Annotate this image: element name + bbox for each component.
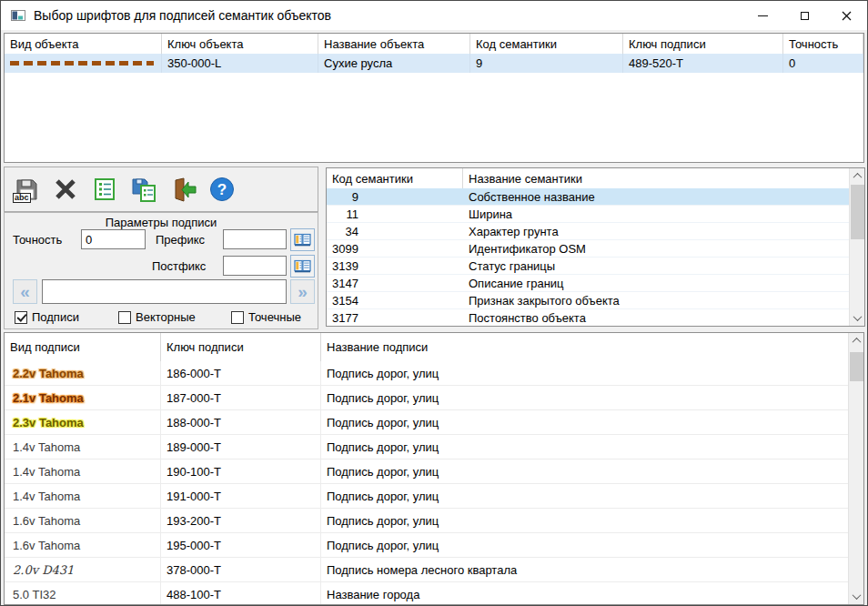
semantics-table-header: Код семантики Название семантики xyxy=(327,168,851,188)
help-icon: ? xyxy=(209,177,235,202)
group-title: Параметры подписи xyxy=(5,216,318,229)
checkbox-vector[interactable]: Векторные xyxy=(118,310,196,324)
col-label-key: Ключ подписи xyxy=(161,333,321,361)
semantics-scrollbar[interactable] xyxy=(849,168,864,326)
save-attributes-button[interactable]: abc xyxy=(12,174,41,205)
font-sample: 1.4v Tahoma xyxy=(13,465,80,479)
prefix-input[interactable] xyxy=(223,229,287,249)
postfix-input[interactable] xyxy=(223,256,287,276)
semantic-row[interactable]: 34Характер грунта xyxy=(327,223,851,240)
list-icon xyxy=(93,177,116,201)
checkbox-box[interactable] xyxy=(118,311,131,324)
maximize-icon xyxy=(801,12,809,20)
book-icon xyxy=(293,258,312,274)
label-row[interactable]: 2.1v Tahoma 187-000-Т Подпись дорог, ули… xyxy=(5,386,850,410)
checkbox-label: Подписи xyxy=(32,310,79,324)
col-object-key: Ключ объекта xyxy=(162,34,318,54)
postfix-picker-button[interactable] xyxy=(290,255,315,278)
font-selection-dialog: Выбор шрифтов для подписей семантик объе… xyxy=(0,0,868,606)
col-semantic-name: Название семантики xyxy=(463,168,851,188)
font-sample: 1.6v Tahoma xyxy=(13,539,80,552)
col-label-key: Ключ подписи xyxy=(623,34,783,54)
svg-text:?: ? xyxy=(217,181,227,198)
minimize-icon xyxy=(758,15,768,16)
semantics-table: Код семантики Название семантики 9Собств… xyxy=(326,167,865,327)
copy-label-list-button[interactable] xyxy=(129,174,158,205)
object-row-selected[interactable]: 350-000-L Сухие русла 9 489-520-Т 0 xyxy=(5,54,863,73)
col-object-view: Вид объекта xyxy=(5,34,162,54)
col-object-name: Название объекта xyxy=(318,34,470,54)
precision-label: Точность xyxy=(13,233,62,247)
semantic-row[interactable]: 3154Признак закрытого объекта xyxy=(327,292,851,309)
chevrons-left-icon: « xyxy=(20,283,30,300)
next-button[interactable]: » xyxy=(290,279,315,304)
label-row[interactable]: 1.4v Tahoma 191-000-Т Подпись дорог, ули… xyxy=(5,484,850,509)
label-row[interactable]: 1.6v Tahoma 195-000-Т Подпись дорог, ули… xyxy=(5,533,850,558)
col-precision: Точность xyxy=(783,34,863,54)
label-row[interactable]: 1.4v Tahoma 190-100-Т Подпись дорог, ули… xyxy=(5,460,850,484)
labels-table-header: Вид подписи Ключ подписи Название подпис… xyxy=(5,333,850,361)
checkbox-box[interactable] xyxy=(15,311,27,324)
help-button[interactable]: ? xyxy=(207,174,237,205)
abc-label: abc xyxy=(13,193,31,203)
semantic-row[interactable]: 3177Постоянство объекта xyxy=(327,309,851,327)
app-icon xyxy=(11,8,25,23)
labels-scrollbar[interactable] xyxy=(848,333,863,604)
book-icon xyxy=(293,232,312,247)
col-semantic-code: Код семантики xyxy=(327,168,463,188)
label-row[interactable]: 2.0v D431 378-000-Т Подпись номера лесно… xyxy=(5,558,850,582)
maximize-button[interactable] xyxy=(783,1,825,30)
postfix-label: Постфикс xyxy=(152,259,206,273)
scroll-up-icon[interactable] xyxy=(849,333,864,348)
col-label-name: Название подписи xyxy=(321,333,850,361)
object-table-header: Вид объекта Ключ объекта Название объект… xyxy=(5,34,863,54)
minimize-button[interactable] xyxy=(742,1,783,30)
scroll-down-icon[interactable] xyxy=(850,310,865,326)
font-sample: 2.2v Tahoma xyxy=(13,367,84,380)
close-icon xyxy=(842,11,852,21)
prev-button[interactable]: « xyxy=(13,279,37,304)
semantic-row[interactable]: 11Ширина xyxy=(327,206,851,223)
scroll-up-icon[interactable] xyxy=(850,168,865,184)
label-row[interactable]: 5.0 TI32 488-100-Т Название города xyxy=(5,582,850,605)
scroll-thumb[interactable] xyxy=(851,185,864,239)
window-controls xyxy=(742,1,867,30)
save-list-icon xyxy=(131,177,156,202)
exit-door-icon xyxy=(170,177,197,202)
semantic-row[interactable]: 3139Статус границы xyxy=(327,258,851,275)
delete-button[interactable] xyxy=(51,174,80,205)
label-list-button[interactable] xyxy=(90,174,119,205)
precision-input[interactable] xyxy=(81,229,146,249)
checkbox-box[interactable] xyxy=(231,311,244,324)
window-title: Выбор шрифтов для подписей семантик объе… xyxy=(34,8,331,23)
font-sample: 2.0v D431 xyxy=(13,563,74,577)
chevrons-right-icon: » xyxy=(298,283,308,300)
label-row[interactable]: 2.2v Tahoma 186-000-Т Подпись дорог, ули… xyxy=(5,361,850,386)
label-row[interactable]: 1.4v Tahoma 189-000-Т Подпись дорог, ули… xyxy=(5,435,850,460)
semantic-row[interactable]: 9Собственное название xyxy=(327,188,851,206)
label-row[interactable]: 2.3v Tahoma 188-000-Т Подпись дорог, ули… xyxy=(5,410,850,435)
semantic-row[interactable]: 3147Описание границ xyxy=(327,275,851,292)
checkbox-labels[interactable]: Подписи xyxy=(15,310,79,324)
exit-button[interactable] xyxy=(168,174,197,205)
col-label-view: Вид подписи xyxy=(5,333,161,361)
object-table: Вид объекта Ключ объекта Название объект… xyxy=(4,33,864,163)
nav-text-input[interactable] xyxy=(42,279,287,304)
titlebar: Выбор шрифтов для подписей семантик объе… xyxy=(1,1,867,30)
close-button[interactable] xyxy=(825,1,867,30)
font-sample: 2.1v Tahoma xyxy=(13,391,84,405)
checkbox-label: Точечные xyxy=(248,310,301,324)
checkbox-point[interactable]: Точечные xyxy=(231,310,301,324)
prefix-picker-button[interactable] xyxy=(290,228,315,251)
toolbar: abc xyxy=(4,167,318,212)
prefix-label: Префикс xyxy=(156,233,205,247)
scroll-thumb[interactable] xyxy=(850,352,863,381)
semantic-row[interactable]: 3099Идентификатор OSM xyxy=(327,240,851,258)
font-sample: 2.3v Tahoma xyxy=(13,416,84,429)
dashed-line-sample-icon xyxy=(10,61,154,66)
label-row[interactable]: 1.6v Tahoma 193-200-Т Подпись дорог, ули… xyxy=(5,509,850,533)
scroll-down-icon[interactable] xyxy=(849,589,864,604)
labels-table: Вид подписи Ключ подписи Название подпис… xyxy=(4,332,864,605)
font-sample: 1.6v Tahoma xyxy=(13,514,80,528)
delete-x-icon xyxy=(54,177,77,201)
